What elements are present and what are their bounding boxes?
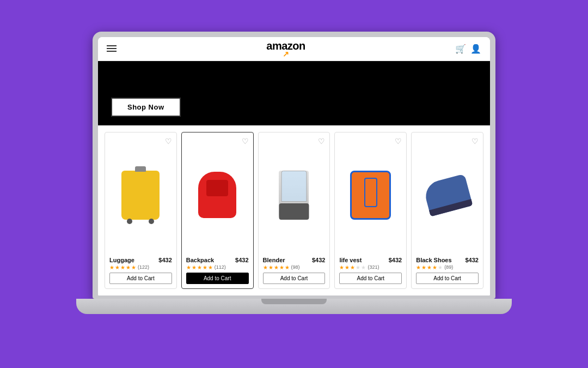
life-vest-image [350,171,391,220]
star3: ★ [350,264,355,270]
laptop-base [76,299,512,314]
wishlist-icon-black-shoes[interactable]: ♡ [471,137,479,146]
product-stars-blender: ★ ★ ★ ★ ★ (98) [263,264,326,270]
product-image-backpack [186,137,249,254]
product-info-blender: Blender $432 ★ ★ ★ ★ ★ (98) A [263,257,326,284]
star5: ★ [361,264,366,270]
product-title-price-backpack: Backpack $432 [186,257,249,263]
product-image-black-shoes [416,137,479,254]
wishlist-icon-life-vest[interactable]: ♡ [395,137,402,146]
star5: ★ [285,264,290,270]
review-count-luggage: (122) [138,264,149,270]
star3: ★ [427,264,432,270]
products-section: ♡ Luggage $432 ★ ★ ★ [98,125,490,295]
review-count-black-shoes: (89) [444,264,453,270]
product-info-black-shoes: Black Shoes $432 ★ ★ ★ ★ ★ (89) [416,257,479,284]
blender-image [279,171,309,220]
product-title-price-blender: Blender $432 [263,257,326,263]
product-title-price-luggage: Luggage $432 [109,257,172,263]
star4: ★ [432,264,437,270]
laptop-screen-outer: amazon ↗ 🛒 👤 Shop Now ♡ [93,32,495,299]
star5: ★ [208,264,213,270]
product-title-price-black-shoes: Black Shoes $432 [416,257,479,263]
star2: ★ [115,264,120,270]
product-image-luggage [109,137,172,254]
product-image-life-vest [339,137,402,254]
add-to-cart-blender[interactable]: Add to Cart [263,273,326,284]
product-info-backpack: Backpack $432 ★ ★ ★ ★ ★ (112) [186,257,249,284]
add-to-cart-life-vest[interactable]: Add to Cart [339,273,402,284]
add-to-cart-backpack[interactable]: Add to Cart [186,273,249,284]
products-grid: ♡ Luggage $432 ★ ★ ★ [105,132,483,289]
star2: ★ [192,264,197,270]
product-stars-black-shoes: ★ ★ ★ ★ ★ (89) [416,264,479,270]
shop-now-button[interactable]: Shop Now [111,98,181,117]
review-count-life-vest: (321) [367,264,379,270]
navbar: amazon ↗ 🛒 👤 [98,37,490,61]
amazon-logo: amazon ↗ [266,40,305,58]
product-price-blender: $432 [312,257,325,263]
product-card-black-shoes: ♡ Black Shoes $432 ★ ★ [411,132,483,289]
product-info-life-vest: life vest $432 ★ ★ ★ ★ ★ (321) [339,257,402,284]
product-stars-luggage: ★ ★ ★ ★ ★ (122) [109,264,172,270]
star2: ★ [421,264,426,270]
hero-banner: Shop Now [98,61,490,125]
product-card-life-vest: ♡ life vest $432 ★ ★ [334,132,407,289]
star3: ★ [120,264,125,270]
product-name-luggage: Luggage [109,257,134,263]
product-name-blender: Blender [263,257,285,263]
star1: ★ [109,264,114,270]
product-price-backpack: $432 [235,257,248,263]
product-stars-life-vest: ★ ★ ★ ★ ★ (321) [339,264,402,270]
star2: ★ [268,264,273,270]
star4: ★ [279,264,284,270]
star3: ★ [197,264,202,270]
star5: ★ [131,264,136,270]
product-image-blender [263,137,326,254]
logo-arrow-icon: ↗ [283,50,289,58]
review-count-blender: (98) [291,264,300,270]
menu-icon[interactable] [107,45,117,52]
product-price-life-vest: $432 [389,257,402,263]
star4: ★ [356,264,360,270]
cart-icon[interactable]: 🛒 [455,44,466,54]
account-icon[interactable]: 👤 [470,44,481,54]
wishlist-icon-backpack[interactable]: ♡ [242,137,249,146]
star1: ★ [263,264,268,270]
add-to-cart-black-shoes[interactable]: Add to Cart [416,273,479,284]
nav-icons: 🛒 👤 [455,44,481,54]
product-card-blender: ♡ Blender $432 ★ ★ ★ [258,132,330,289]
black-shoes-image [422,173,473,216]
product-name-black-shoes: Black Shoes [416,257,451,263]
star2: ★ [345,264,350,270]
product-title-price-life-vest: life vest $432 [339,257,402,263]
laptop-wrapper: amazon ↗ 🛒 👤 Shop Now ♡ [82,32,506,337]
product-price-luggage: $432 [158,257,171,263]
review-count-backpack: (112) [215,264,226,270]
product-name-backpack: Backpack [186,257,214,263]
product-card-luggage: ♡ Luggage $432 ★ ★ ★ [105,132,177,289]
star5: ★ [438,264,443,270]
product-card-backpack: ♡ Backpack $432 ★ ★ ★ [181,132,254,289]
wishlist-icon-luggage[interactable]: ♡ [165,137,172,146]
product-price-black-shoes: $432 [465,257,479,263]
star4: ★ [126,264,131,270]
star1: ★ [339,264,344,270]
add-to-cart-luggage[interactable]: Add to Cart [109,273,172,284]
star1: ★ [186,264,191,270]
backpack-image [198,172,236,218]
product-stars-backpack: ★ ★ ★ ★ ★ (112) [186,264,249,270]
wishlist-icon-blender[interactable]: ♡ [318,137,325,146]
luggage-image [121,171,160,220]
product-name-life-vest: life vest [339,257,362,263]
product-info-luggage: Luggage $432 ★ ★ ★ ★ ★ (122) [109,257,172,284]
laptop-screen-inner: amazon ↗ 🛒 👤 Shop Now ♡ [98,37,490,295]
star4: ★ [203,264,207,270]
star1: ★ [416,264,421,270]
star3: ★ [274,264,279,270]
